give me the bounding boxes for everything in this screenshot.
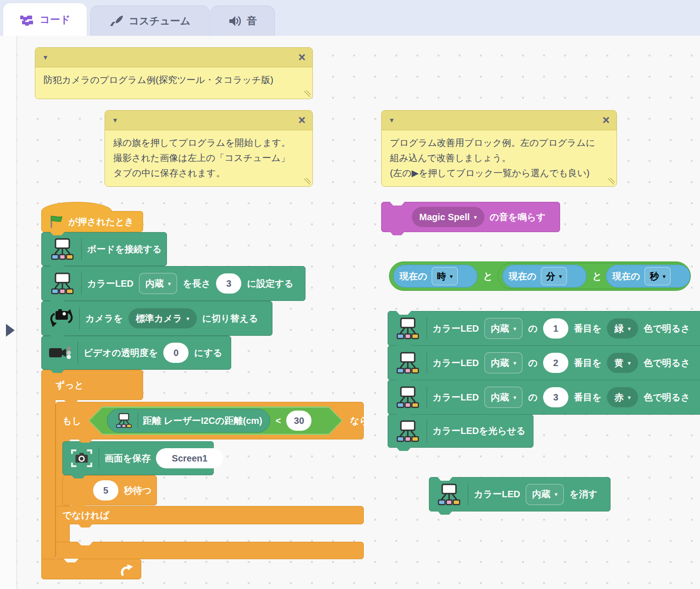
compare-value-input[interactable]: 30 [286, 411, 311, 431]
block-led-index-1[interactable]: カラーLED 内蔵 ▾ の 1 番目を 緑 ▾ 色で明るさ [388, 311, 700, 346]
block-join-outer[interactable]: 現在の 時 ▾ と 現在の 分 ▾ と 現在の 秒 ▾ [389, 261, 691, 291]
dropdown-caret-icon: ▾ [662, 273, 666, 279]
comment-line: プログラム改善用ブロック例。左のプログラムに [390, 135, 608, 150]
comment-title[interactable]: ▼ × 防犯カメラのプログラム例(探究ツール・タコラッチ版) [35, 47, 313, 99]
block-forever-top[interactable]: ずっと [41, 370, 143, 400]
block-set-led-length[interactable]: カラーLED 内蔵 ▾ を長さ 3 に設定する [41, 266, 306, 301]
tab-costumes[interactable]: コスチューム [90, 6, 210, 36]
block-video-transparency[interactable]: ビデオの透明度を 0 にする [41, 336, 231, 370]
sound-dropdown[interactable]: Magic Spell ▾ [412, 207, 484, 227]
block-label: もし [62, 415, 81, 427]
board-icon [394, 385, 421, 409]
reporter-current-second[interactable]: 現在の 秒 ▾ [606, 265, 690, 288]
comment-start-instructions[interactable]: ▼ × 緑の旗を押してプログラムを開始します。 撮影された画像は左上の「コスチュ… [105, 110, 313, 187]
block-switch-camera[interactable]: カメラを 標準カメラ ▾ に切り替える [41, 301, 272, 336]
screen-name-input[interactable]: Screen1 [156, 448, 223, 468]
block-save-screen[interactable]: 画面を保存 Screen1 [62, 441, 214, 475]
camera-dropdown[interactable]: 標準カメラ ▾ [128, 308, 197, 328]
led-color-dropdown[interactable]: 緑 ▾ [607, 318, 638, 339]
block-label: を消す [569, 488, 597, 500]
block-led-off[interactable]: カラーLED 内蔵 ▾ を消す [429, 477, 611, 511]
led-length-input[interactable]: 3 [216, 273, 241, 294]
divider [427, 317, 427, 339]
comment-collapse-icon[interactable]: ▼ [42, 54, 49, 61]
led-target-dropdown[interactable]: 内蔵 ▾ [484, 318, 523, 339]
comment-line: (左の▶を押してブロック一覧から選んでも良い) [390, 166, 608, 181]
reporter-current-minute[interactable]: 現在の 分 ▾ [502, 265, 587, 288]
reporter-laser-distance[interactable]: 距離 レーザーI2Cの距離(cm) [107, 409, 270, 433]
block-else-bar[interactable]: でなければ [56, 506, 364, 524]
block-when-flag-clicked[interactable]: が押されたとき [41, 211, 143, 232]
comment-collapse-icon[interactable]: ▼ [112, 117, 118, 124]
block-connect-board[interactable]: ボードを接続する [41, 232, 167, 266]
led-color-dropdown[interactable]: 黄 ▾ [607, 353, 638, 373]
time-unit-dropdown[interactable]: 秒 ▾ [644, 267, 671, 285]
block-less-than[interactable]: 距離 レーザーI2Cの距離(cm) < 30 [89, 408, 341, 434]
block-label: の [528, 322, 537, 335]
dropdown-value: 内蔵 [145, 278, 164, 290]
comment-text: 防犯カメラのプログラム例(探究ツール・タコラッチ版) [44, 75, 273, 85]
led-index-input[interactable]: 3 [543, 387, 568, 407]
screenshot-camera-icon [70, 448, 93, 469]
block-if-top[interactable]: もし 距離 レーザーI2Cの距離(cm) < 30 なら [56, 402, 364, 439]
block-forever-bottom[interactable] [41, 559, 141, 579]
comment-resize-handle[interactable] [608, 178, 615, 184]
time-unit-dropdown[interactable]: 時 ▾ [432, 267, 458, 285]
dropdown-value: 緑 [614, 322, 623, 335]
video-transparency-input[interactable]: 0 [163, 343, 189, 363]
comment-close-icon[interactable]: × [298, 114, 306, 127]
dropdown-caret-icon: ▾ [168, 281, 171, 287]
led-target-dropdown[interactable]: 内蔵 ▾ [484, 387, 523, 408]
comment-close-icon[interactable]: × [298, 51, 306, 64]
dropdown-value: 黄 [614, 357, 623, 369]
tab-sounds[interactable]: 音 [211, 6, 275, 36]
join-label: と [592, 270, 602, 283]
block-if-bottom[interactable] [56, 542, 364, 559]
dropdown-value: Magic Spell [419, 212, 470, 222]
board-icon [394, 351, 421, 375]
comment-close-icon[interactable]: × [602, 114, 610, 127]
block-label: 番目を [574, 391, 601, 404]
led-color-dropdown[interactable]: 赤 ▾ [607, 387, 638, 407]
block-wait-seconds[interactable]: 5 秒待つ [62, 475, 157, 506]
block-label: の [528, 357, 537, 369]
reporter-label: 現在の [509, 270, 536, 283]
dropdown-value: 内蔵 [532, 488, 550, 500]
green-flag-icon [49, 215, 63, 228]
block-led-show[interactable]: カラーLEDを光らせる [388, 414, 533, 448]
block-label: カラーLED [433, 391, 479, 404]
tab-code-label: コード [39, 13, 70, 27]
time-unit-dropdown[interactable]: 分 ▾ [541, 267, 567, 285]
operator-label: < [276, 416, 281, 426]
reporter-label: 現在の [612, 270, 640, 283]
dropdown-value: 内蔵 [491, 357, 509, 369]
speaker-icon [228, 15, 241, 27]
block-play-sound[interactable]: Magic Spell ▾ の音を鳴らす [381, 202, 560, 232]
tab-code[interactable]: コード [3, 3, 87, 36]
palette-toggle-arrow-icon[interactable] [6, 324, 15, 337]
block-else-spine[interactable] [56, 524, 70, 542]
dropdown-caret-icon: ▾ [513, 360, 517, 366]
divider [427, 386, 427, 408]
comment-resize-handle[interactable] [304, 178, 311, 184]
comment-improvement-blocks[interactable]: ▼ × プログラム改善用ブロック例。左のプログラムに 組み込んで改善しましょう。… [381, 110, 617, 187]
led-target-dropdown[interactable]: 内蔵 ▾ [484, 352, 523, 373]
led-index-input[interactable]: 1 [543, 318, 568, 339]
block-led-index-3[interactable]: カラーLED 内蔵 ▾ の 3 番目を 赤 ▾ 色で明るさ [388, 380, 700, 415]
dropdown-value: 赤 [614, 391, 623, 404]
led-target-dropdown[interactable]: 内蔵 ▾ [526, 484, 564, 505]
reporter-current-hour[interactable]: 現在の 時 ▾ [393, 265, 478, 288]
dropdown-caret-icon: ▾ [513, 326, 517, 332]
block-label: 番目を [574, 357, 601, 369]
led-target-dropdown[interactable]: 内蔵 ▾ [139, 273, 178, 294]
block-led-index-2[interactable]: カラーLED 内蔵 ▾ の 2 番目を 黄 ▾ 色で明るさ [388, 345, 700, 380]
block-label: ボードを接続する [87, 243, 161, 256]
wait-seconds-input[interactable]: 5 [93, 480, 118, 500]
block-label: に設定する [247, 278, 293, 290]
led-index-input[interactable]: 2 [543, 353, 568, 373]
comment-header: ▼ × [105, 111, 312, 130]
comment-collapse-icon[interactable]: ▼ [389, 117, 395, 124]
board-icon [394, 419, 421, 443]
block-forever-spine[interactable] [41, 400, 56, 559]
comment-resize-handle[interactable] [304, 90, 311, 97]
